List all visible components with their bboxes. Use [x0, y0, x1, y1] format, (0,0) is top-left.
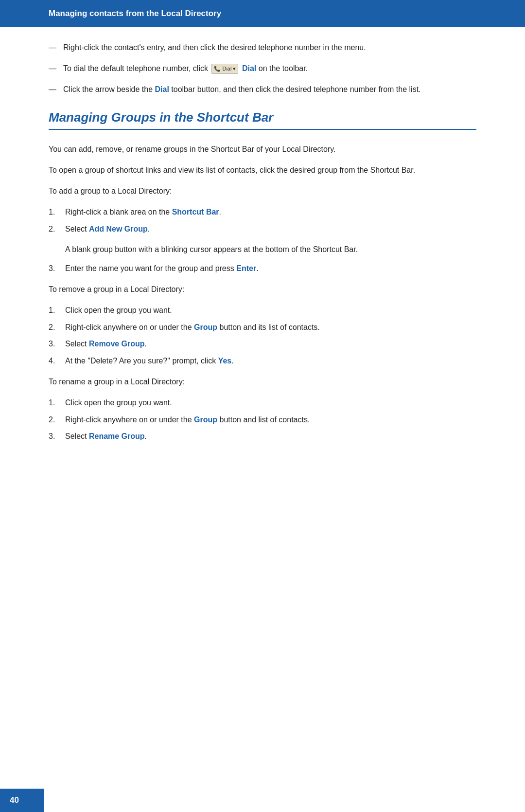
list-item: 1. Click open the group you want.: [49, 397, 476, 409]
shortcut-bar-link[interactable]: Shortcut Bar: [172, 208, 219, 216]
dash-icon: —: [49, 84, 63, 95]
step-text: Select Rename Group.: [65, 431, 476, 443]
dial-link-2[interactable]: Dial: [155, 85, 169, 93]
yes-link[interactable]: Yes: [218, 357, 232, 365]
dial-toolbar-icon: 📞 Dial ▾: [211, 64, 238, 74]
footer-bar: 40: [0, 789, 44, 812]
step-text: Right-click anywhere on or under the Gro…: [65, 414, 476, 426]
header-title: Managing contacts from the Local Directo…: [49, 9, 221, 18]
group-link-1[interactable]: Group: [194, 323, 217, 331]
bullet-text-1: Right-click the contact's entry, and the…: [63, 42, 476, 54]
list-item: 3. Select Remove Group.: [49, 338, 476, 350]
rename-group-steps: 1. Click open the group you want. 2. Rig…: [49, 397, 476, 443]
bullet-text-2: To dial the default telephone number, cl…: [63, 63, 476, 75]
list-item: 2. Right-click anywhere on or under the …: [49, 322, 476, 334]
add-group-step3-list: 3. Enter the name you want for the group…: [49, 263, 476, 275]
step-text: Select Remove Group.: [65, 338, 476, 350]
remove-group-steps: 1. Click open the group you want. 2. Rig…: [49, 305, 476, 367]
step-number: 3.: [49, 263, 65, 275]
add-group-steps: 1. Right-click a blank area on the Short…: [49, 206, 476, 235]
intro-bullet-list: — Right-click the contact's entry, and t…: [49, 42, 476, 95]
step-number: 1.: [49, 397, 65, 409]
enter-link[interactable]: Enter: [236, 264, 256, 272]
list-item: 3. Select Rename Group.: [49, 431, 476, 443]
step-number: 3.: [49, 431, 65, 443]
dial-link-1[interactable]: Dial: [242, 64, 256, 72]
step-number: 3.: [49, 338, 65, 350]
list-item: 1. Click open the group you want.: [49, 305, 476, 317]
bullet-text-3: Click the arrow beside the Dial toolbar …: [63, 84, 476, 96]
remove-group-link[interactable]: Remove Group: [89, 340, 145, 348]
step-text: Enter the name you want for the group an…: [65, 263, 476, 275]
step-text: Right-click a blank area on the Shortcut…: [65, 206, 476, 218]
add-new-group-link[interactable]: Add New Group: [89, 225, 148, 233]
section-title: Managing Groups in the Shortcut Bar: [49, 110, 476, 130]
step-text: Select Add New Group.: [65, 223, 476, 235]
dash-icon: —: [49, 42, 63, 54]
list-item: 4. At the "Delete? Are you sure?" prompt…: [49, 355, 476, 367]
paragraph-2: To open a group of shortcut links and vi…: [49, 164, 476, 177]
list-item: — Click the arrow beside the Dial toolba…: [49, 84, 476, 96]
list-item: 2. Select Add New Group.: [49, 223, 476, 235]
list-item: 3. Enter the name you want for the group…: [49, 263, 476, 275]
step-text: Click open the group you want.: [65, 397, 476, 409]
step-number: 1.: [49, 305, 65, 317]
header-bar: Managing contacts from the Local Directo…: [0, 0, 525, 27]
remove-group-intro: To remove a group in a Local Directory:: [49, 284, 476, 296]
step-number: 1.: [49, 206, 65, 218]
step-number: 2.: [49, 223, 65, 235]
step-number: 4.: [49, 355, 65, 367]
list-item: 1. Right-click a blank area on the Short…: [49, 206, 476, 218]
step-number: 2.: [49, 322, 65, 334]
step-text: Click open the group you want.: [65, 305, 476, 317]
list-item: — Right-click the contact's entry, and t…: [49, 42, 476, 54]
list-item: — To dial the default telephone number, …: [49, 63, 476, 75]
step-text: At the "Delete? Are you sure?" prompt, c…: [65, 355, 476, 367]
step-number: 2.: [49, 414, 65, 426]
dash-icon: —: [49, 63, 63, 74]
add-group-subpara: A blank group button with a blinking cur…: [65, 244, 476, 256]
group-link-2[interactable]: Group: [194, 415, 217, 424]
paragraph-1: You can add, remove, or rename groups in…: [49, 144, 476, 156]
add-group-intro: To add a group to a Local Directory:: [49, 185, 476, 198]
rename-group-link[interactable]: Rename Group: [89, 432, 145, 440]
page-number: 40: [10, 795, 19, 805]
step-text: Right-click anywhere on or under the Gro…: [65, 322, 476, 334]
list-item: 2. Right-click anywhere on or under the …: [49, 414, 476, 426]
rename-group-intro: To rename a group in a Local Directory:: [49, 376, 476, 388]
main-content: — Right-click the contact's entry, and t…: [0, 27, 525, 490]
